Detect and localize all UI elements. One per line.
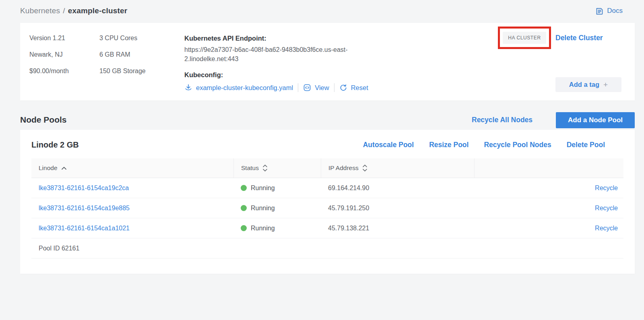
column-label: Linode (39, 164, 58, 172)
column-header-actions (474, 158, 623, 178)
docs-label: Docs (607, 7, 623, 15)
api-endpoint-url: https://9e2a7307-b6ac-408f-ba62-9483b0b3… (184, 45, 364, 64)
api-endpoint-label: Kubernetes API Endpoint: (184, 33, 394, 43)
status-cell: Running (241, 185, 321, 192)
cluster-endpoint-column: Kubernetes API Endpoint: https://9e2a730… (184, 33, 394, 92)
resize-pool-button[interactable]: Resize Pool (429, 141, 469, 149)
delete-pool-button[interactable]: Delete Pool (567, 141, 605, 149)
docs-icon (595, 7, 604, 15)
linode-link[interactable]: lke38731-62161-6154ca19e885 (39, 205, 130, 211)
delete-cluster-button[interactable]: Delete Cluster (555, 34, 603, 42)
kubeconfig-reset-button[interactable]: Reset (339, 84, 368, 92)
sort-both-icon (362, 164, 367, 172)
table-footer-row: Pool ID 62161 (31, 238, 623, 258)
kubeconfig-file-name: example-cluster-kubeconfig.yaml (196, 84, 293, 92)
autoscale-pool-button[interactable]: Autoscale Pool (363, 141, 414, 149)
cluster-summary-card: Version 1.21 Newark, NJ $90.00/month 3 C… (20, 23, 635, 101)
column-label: IP Address (328, 164, 359, 172)
status-text: Running (251, 185, 275, 192)
cluster-region: Newark, NJ (29, 50, 99, 59)
table-row: lke38731-62161-6154ca19c2ca Running 69.1… (31, 178, 623, 198)
divider (334, 83, 334, 92)
kubeconfig-label: Kubeconfig: (184, 70, 394, 80)
reset-label: Reset (351, 84, 368, 92)
status-text: Running (251, 205, 275, 212)
pool-id: Pool ID 62161 (31, 245, 79, 252)
ip-address: 45.79.191.250 (328, 205, 369, 211)
pool-header: Linode 2 GB Autoscale Pool Resize Pool R… (20, 130, 635, 150)
plus-icon: + (603, 81, 608, 88)
page-title: example-cluster (68, 6, 128, 15)
status-running-dot (241, 185, 247, 191)
node-pool-card: Linode 2 GB Autoscale Pool Resize Pool R… (20, 130, 635, 274)
table-header-row: Linode Status IP Address (31, 158, 623, 178)
status-cell: Running (241, 225, 321, 232)
cluster-storage: 150 GB Storage (99, 66, 184, 76)
kubeconfig-view-button[interactable]: View (303, 84, 329, 92)
column-label: Status (241, 164, 259, 172)
cluster-ram: 6 GB RAM (99, 50, 184, 59)
divider (298, 83, 298, 92)
cluster-specs-column-1: Version 1.21 Newark, NJ $90.00/month (29, 33, 99, 92)
view-label: View (315, 84, 329, 92)
docs-link[interactable]: Docs (595, 7, 623, 15)
ha-cluster-badge: HA CLUSTER (503, 32, 546, 44)
recycle-node-button[interactable]: Recycle (595, 205, 618, 212)
column-header-linode[interactable]: Linode (31, 158, 233, 178)
table-row: lke38731-62161-6154ca19e885 Running 45.7… (31, 198, 623, 218)
cluster-specs-column-2: 3 CPU Cores 6 GB RAM 150 GB Storage (99, 33, 184, 92)
table-row: lke38731-62161-6154ca1a1021 Running 45.7… (31, 218, 623, 238)
cluster-version: Version 1.21 (29, 33, 99, 43)
breadcrumb-section[interactable]: Kubernetes (20, 6, 60, 15)
breadcrumb-separator: / (63, 6, 65, 15)
add-node-pool-button[interactable]: Add a Node Pool (556, 112, 635, 128)
node-pools-heading: Node Pools (20, 115, 67, 125)
cluster-cpu: 3 CPU Cores (99, 33, 184, 43)
ip-address: 69.164.214.90 (328, 185, 369, 191)
pool-actions: Autoscale Pool Resize Pool Recycle Pool … (363, 141, 605, 149)
code-icon (303, 84, 311, 92)
kubeconfig-download-link[interactable]: example-cluster-kubeconfig.yaml (184, 84, 293, 92)
pool-name: Linode 2 GB (31, 140, 79, 150)
kubeconfig-actions: example-cluster-kubeconfig.yaml View (184, 83, 394, 92)
recycle-all-nodes-button[interactable]: Recycle All Nodes (472, 116, 533, 124)
recycle-pool-nodes-button[interactable]: Recycle Pool Nodes (484, 141, 551, 149)
status-running-dot (241, 225, 247, 231)
breadcrumb: Kubernetes/example-cluster (20, 6, 127, 15)
nodes-table: Linode Status IP Address lke38731 (31, 158, 623, 258)
recycle-node-button[interactable]: Recycle (595, 225, 618, 232)
linode-link[interactable]: lke38731-62161-6154ca1a1021 (39, 225, 130, 232)
download-icon (184, 84, 192, 92)
column-header-ip-address[interactable]: IP Address (321, 158, 474, 178)
red-highlight-annotation: HA CLUSTER (498, 27, 551, 49)
sort-asc-icon (61, 166, 67, 170)
add-tag-button[interactable]: Add a tag + (555, 77, 621, 92)
ip-address: 45.79.138.221 (328, 225, 369, 232)
status-text: Running (251, 225, 275, 232)
linode-link[interactable]: lke38731-62161-6154ca19c2ca (39, 185, 129, 191)
recycle-node-button[interactable]: Recycle (595, 185, 618, 192)
column-header-status[interactable]: Status (233, 158, 321, 178)
add-tag-label: Add a tag (569, 81, 599, 88)
status-cell: Running (241, 205, 321, 212)
topbar: Kubernetes/example-cluster Docs (20, 6, 623, 15)
status-running-dot (241, 205, 247, 211)
cluster-price: $90.00/month (29, 66, 99, 76)
sort-both-icon (262, 164, 268, 172)
reset-icon (339, 84, 347, 92)
